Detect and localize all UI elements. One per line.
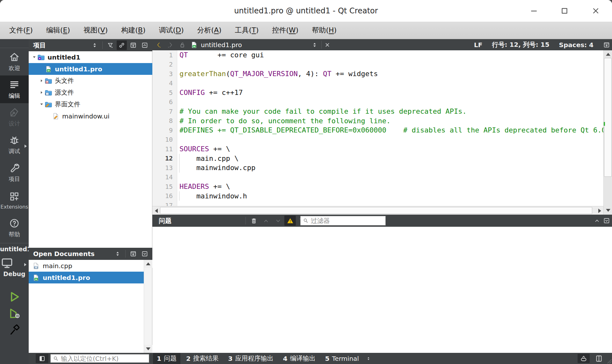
menu-文件(F)[interactable]: 文件(F) (3, 22, 40, 39)
split-editor-icon[interactable] (603, 41, 610, 48)
go-back-button[interactable] (152, 39, 165, 50)
run-debug-button[interactable] (8, 307, 21, 320)
code-line-9[interactable]: 9#DEFINES += QT_DISABLE_DEPRECATED_BEFOR… (152, 125, 603, 135)
toggle-left-sidebar-button[interactable] (36, 354, 48, 363)
output-pane-Terminal[interactable]: 5Terminal (321, 353, 363, 364)
code-editor[interactable]: 1QT += core gui23greaterThan(QT_MAJOR_VE… (152, 50, 603, 206)
mode-projects[interactable]: 项目 (0, 159, 29, 186)
line-ending-indicator[interactable]: LF (474, 41, 482, 49)
tree-item-untitled1.pro[interactable]: Qtuntitled1.pro (29, 63, 152, 75)
expander-open-icon[interactable] (31, 55, 37, 59)
split-panel-icon[interactable] (128, 40, 138, 50)
code-line-16[interactable]: 16 mainwindow.h (152, 191, 603, 201)
kit-selector-button[interactable]: Debug (0, 256, 29, 277)
run-button[interactable] (8, 290, 21, 303)
scroll-left-arrow[interactable] (152, 206, 160, 215)
code-line-11[interactable]: 11SOURCES += \ (152, 144, 603, 154)
minimize-button[interactable] (527, 4, 541, 18)
previous-issue-icon[interactable] (260, 216, 272, 226)
clear-issues-icon[interactable] (248, 216, 259, 226)
code-line-12[interactable]: 12 main.cpp \ (152, 154, 603, 163)
locator-input[interactable] (59, 355, 147, 362)
open-documents-scrollbar[interactable] (144, 260, 152, 353)
code-line-17[interactable]: 17 (152, 201, 603, 206)
scroll-down-arrow[interactable] (144, 345, 152, 353)
panel-selector-icon[interactable] (113, 249, 123, 259)
code-line-15[interactable]: 15HEADERS += \ (152, 182, 603, 191)
go-forward-button[interactable] (165, 39, 176, 50)
indentation-indicator[interactable]: Spaces: 4 (559, 41, 594, 49)
expander-closed-icon[interactable] (39, 79, 44, 83)
scroll-down-arrow[interactable] (604, 206, 612, 215)
close-output-pane-icon[interactable] (603, 217, 610, 224)
window-resize-grip[interactable] (605, 357, 612, 364)
toggle-right-sidebar-button[interactable] (593, 354, 605, 363)
code-line-4[interactable]: 4 (152, 79, 603, 88)
code-line-13[interactable]: 13 mainwindow.cpp (152, 163, 603, 173)
code-line-7[interactable]: 7# You can make your code fail to compil… (152, 107, 603, 116)
scroll-up-arrow[interactable] (144, 260, 152, 268)
close-document-icon[interactable] (324, 39, 331, 50)
menu-调试(D)[interactable]: 调试(D) (152, 22, 190, 39)
output-pane-搜索结果[interactable]: 2搜索结果 (182, 353, 222, 364)
output-pane-编译输出[interactable]: 4编译输出 (279, 353, 319, 364)
open-document-untitled1.pro[interactable]: Qtuntitled1.pro (29, 272, 144, 283)
tree-item-头文件[interactable]: h头文件 (29, 75, 152, 87)
expander-closed-icon[interactable] (39, 90, 44, 95)
menu-视图(V)[interactable]: 视图(V) (77, 22, 114, 39)
horizontal-scrollbar[interactable] (152, 206, 603, 215)
mode-debug[interactable]: 调试 (0, 131, 29, 159)
mode-welcome[interactable]: 欢迎 (0, 48, 29, 75)
maximize-button[interactable] (557, 4, 572, 18)
output-pane-问题[interactable]: 1问题 (153, 353, 180, 364)
build-button[interactable] (8, 323, 21, 337)
scrollbar-thumb[interactable] (160, 207, 592, 214)
tree-item-untitled1[interactable]: untitled1 (29, 51, 152, 63)
open-document-main.cpp[interactable]: C++main.cpp (29, 260, 144, 272)
document-dropdown-icon[interactable] (311, 39, 318, 50)
maximize-output-pane-icon[interactable] (594, 217, 601, 224)
document-title[interactable]: untitled1.pro (201, 41, 242, 49)
mode-edit[interactable]: 编辑 (0, 75, 29, 103)
scrollbar-thumb[interactable] (604, 58, 612, 177)
mode-extensions[interactable]: Extensions (0, 186, 29, 214)
close-panel-icon[interactable] (140, 249, 150, 259)
vertical-scrollbar[interactable] (603, 50, 612, 215)
scroll-up-arrow[interactable] (604, 50, 612, 58)
menu-分析(A)[interactable]: 分析(A) (191, 22, 228, 39)
output-pane-应用程序输出[interactable]: 3应用程序输出 (224, 353, 277, 364)
pane-selector-spinner[interactable] (365, 353, 372, 364)
expander-open-icon[interactable] (39, 102, 44, 106)
code-line-3[interactable]: 3greaterThan(QT_MAJOR_VERSION, 4): QT +=… (152, 69, 603, 79)
menu-帮助(H)[interactable]: 帮助(H) (305, 22, 343, 39)
mode-sidebar: 欢迎编辑设计调试项目Extensions帮助 untitled1 Debug (0, 39, 29, 364)
build-progress-button[interactable] (578, 354, 590, 363)
panel-selector-icon[interactable] (90, 40, 100, 50)
close-button[interactable] (588, 4, 603, 18)
menu-构建(B)[interactable]: 构建(B) (114, 22, 152, 39)
scroll-right-arrow[interactable] (596, 206, 603, 215)
code-line-6[interactable]: 6 (152, 97, 603, 107)
code-line-10[interactable]: 10 (152, 135, 603, 145)
split-panel-icon[interactable] (128, 249, 138, 259)
code-line-2[interactable]: 2 (152, 60, 603, 69)
tree-item-源文件[interactable]: C++源文件 (29, 87, 152, 98)
code-line-14[interactable]: 14 (152, 173, 603, 182)
code-line-1[interactable]: 1QT += core gui (152, 50, 603, 60)
menu-工具(T)[interactable]: 工具(T) (228, 22, 266, 39)
menu-控件(W)[interactable]: 控件(W) (266, 22, 305, 39)
show-warnings-toggle[interactable] (284, 216, 296, 226)
issues-filter-input[interactable] (309, 217, 390, 225)
cursor-position-indicator[interactable]: 行号: 12, 列号: 15 (492, 40, 549, 49)
next-issue-icon[interactable] (272, 216, 284, 226)
menu-编辑(E)[interactable]: 编辑(E) (40, 22, 77, 39)
collapse-panel-icon[interactable] (140, 40, 150, 50)
mode-help[interactable]: 帮助 (0, 214, 29, 242)
flyout-arrow-icon[interactable] (24, 144, 27, 148)
tree-item-界面文件[interactable]: 界面文件 (29, 98, 152, 110)
tree-item-mainwindow.ui[interactable]: mainwindow.ui (29, 110, 152, 122)
code-line-8[interactable]: 8# In order to do so, uncomment the foll… (152, 116, 603, 126)
filter-tree-icon[interactable] (105, 40, 115, 50)
code-line-5[interactable]: 5CONFIG += c++17 (152, 88, 603, 97)
sync-with-editor-icon[interactable] (117, 40, 127, 50)
